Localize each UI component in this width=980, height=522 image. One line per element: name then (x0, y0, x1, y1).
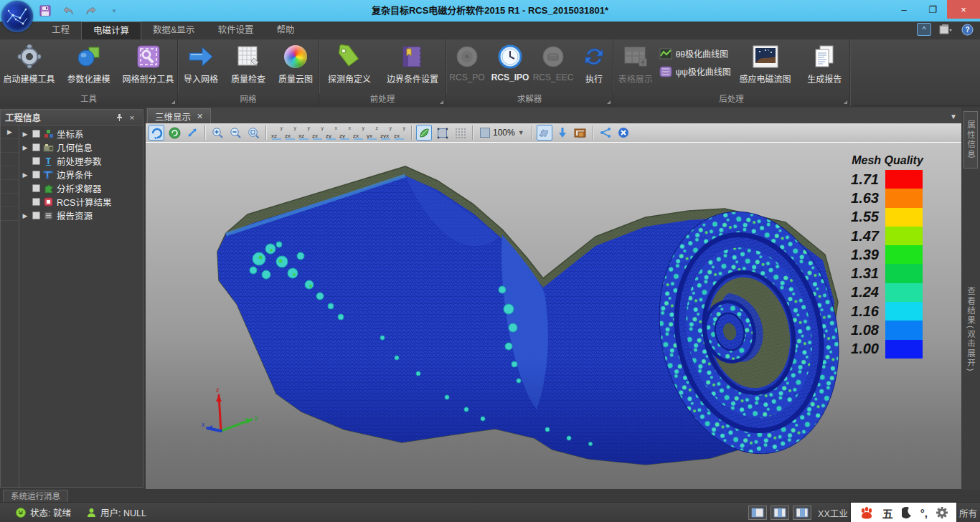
view-results-tab[interactable]: 查看结果(双击展开) (961, 265, 980, 394)
photo-icon (752, 43, 779, 70)
shaded-view-icon[interactable] (416, 125, 432, 141)
pin-icon[interactable] (113, 112, 126, 123)
pan-tool-icon[interactable] (184, 125, 200, 141)
axis-view-icon[interactable]: y zx (311, 125, 325, 141)
minimize-button[interactable]: – (890, 0, 918, 19)
zoom-out-icon[interactable] (227, 125, 243, 141)
probe-angle-button[interactable]: 探测角定义 (320, 42, 379, 85)
group-label-tools: 工具 (0, 93, 177, 106)
layout-center-icon[interactable] (771, 506, 789, 520)
help-icon[interactable]: ? (960, 23, 974, 36)
checkbox[interactable] (32, 198, 40, 206)
axis-view-icon[interactable]: y zx (352, 125, 366, 141)
chevron-down-icon[interactable]: ▼ (950, 113, 957, 120)
import-mesh-button[interactable]: 导入网格 (178, 42, 224, 85)
window-layout-icon[interactable] (938, 23, 953, 36)
axis-view-icon[interactable]: x zy (325, 125, 339, 141)
tree-item-coordinate-system[interactable]: ▶ 坐标系 (19, 127, 143, 141)
meshing-tool-button[interactable]: 网格剖分工具 (119, 42, 177, 85)
checkbox[interactable] (32, 130, 40, 138)
group-expand-icon[interactable] (844, 100, 847, 104)
collapse-ribbon-icon[interactable]: ^ (917, 23, 931, 36)
tab-3d-display[interactable]: 三维显示 ✕ (147, 108, 211, 123)
zoom-in-icon[interactable] (209, 125, 225, 141)
chevron-down-icon[interactable]: ▼ (518, 129, 524, 136)
parametric-modeling-button[interactable]: 参数化建模 (60, 42, 118, 85)
tab-em-compute[interactable]: 电磁计算 (81, 22, 141, 39)
ime-settings-gear-icon[interactable] (936, 507, 948, 518)
ime-logo-icon[interactable] (859, 506, 874, 519)
ime-moon-icon[interactable] (902, 507, 912, 518)
zoom-fit-icon[interactable] (245, 125, 261, 141)
tab-settings[interactable]: 软件设置 (206, 22, 265, 39)
viewport-3d-canvas[interactable]: z y x Mesh Quality 1.71 1.63 (146, 143, 961, 489)
app-logo[interactable] (1, 1, 33, 32)
select-region-icon[interactable] (537, 125, 552, 141)
rotate-tool-icon[interactable] (149, 125, 164, 141)
wireframe-view-icon[interactable] (452, 125, 468, 141)
axis-view-icon[interactable]: y zx (393, 125, 407, 141)
chevron-right-icon[interactable]: ▶ (21, 212, 29, 219)
panel-close-icon[interactable]: × (126, 112, 138, 123)
bottom-tab-row: 系统运行消息 (0, 490, 980, 502)
tab-data-display[interactable]: 数据&显示 (141, 22, 206, 39)
tab-help[interactable]: 帮助 (265, 22, 306, 39)
rcs-ipo-button[interactable]: RCS_IPO (489, 42, 531, 82)
checkbox[interactable] (32, 184, 40, 192)
boundary-settings-button[interactable]: 边界条件设置 (380, 42, 445, 85)
tree-item-preprocess-params[interactable]: T 前处理参数 (19, 154, 143, 168)
property-info-tab[interactable]: 属性信息 (963, 111, 978, 169)
execute-button[interactable]: 执行 (575, 42, 613, 85)
ime-wubi-label[interactable]: 五 (882, 506, 893, 521)
group-expand-icon[interactable] (171, 100, 175, 104)
psi-curve-button[interactable]: ψψ极化曲线图 (659, 65, 731, 77)
table-icon (622, 43, 649, 70)
theta-curve-button[interactable]: θθ极化曲线图 (659, 47, 731, 60)
checkbox[interactable] (32, 143, 40, 151)
group-expand-icon[interactable] (440, 100, 443, 104)
quality-check-button[interactable]: 质量检查 (225, 42, 271, 85)
quality-cloudmap-button[interactable]: 质量云图 (273, 42, 319, 85)
system-message-tab[interactable]: 系统运行消息 (3, 490, 68, 502)
close-button[interactable]: × (947, 0, 980, 19)
drop-arrow-icon[interactable] (555, 125, 570, 141)
restore-button[interactable]: ❐ (918, 0, 947, 19)
zoom-level-control[interactable]: 100% ▼ (477, 128, 527, 138)
axis-view-icon[interactable]: y xz (270, 125, 284, 141)
group-expand-icon[interactable] (607, 100, 611, 104)
share-icon[interactable] (598, 125, 613, 141)
chevron-right-icon[interactable]: ▶ (21, 144, 29, 151)
snapshot-icon[interactable] (573, 125, 588, 141)
legend-row: 1.71 (841, 170, 934, 189)
launch-modeler-button[interactable]: 启动建模工具 (0, 42, 58, 85)
induced-current-map-button[interactable]: 感应电磁流图 (732, 42, 798, 85)
spin-tool-icon[interactable] (166, 125, 182, 141)
tree-item-analysis-solver[interactable]: 分析求解器 (19, 181, 143, 195)
close-view-icon[interactable] (616, 125, 631, 141)
generate-report-button[interactable]: 生成报告 (799, 42, 849, 85)
checkbox[interactable] (32, 212, 40, 219)
legend-row: 1.63 (841, 189, 934, 207)
axis-view-icon[interactable]: z yx (366, 125, 380, 141)
axis-view-icon[interactable]: x zy (339, 125, 352, 141)
axis-view-icon[interactable]: y zyx (380, 125, 393, 141)
report-pages-icon (811, 43, 838, 70)
tab-close-icon[interactable]: ✕ (197, 112, 203, 121)
ime-punctuation-label[interactable]: °, (920, 507, 928, 519)
tree-item-boundary-conditions[interactable]: ▶ 边界条件 (19, 168, 143, 181)
tab-project[interactable]: 工程 (40, 22, 81, 39)
tree-item-report-resources[interactable]: ▶ 报告资源 (19, 209, 143, 222)
tree-item-geometry-info[interactable]: ▶ 几何信息 (19, 141, 143, 154)
checkbox[interactable] (32, 171, 40, 179)
chevron-right-icon[interactable]: ▶ (21, 130, 29, 138)
axis-view-icon[interactable]: y xz (298, 125, 311, 141)
mesh-quality-legend: Mesh Quality 1.71 1.63 (841, 154, 934, 359)
axis-view-icon[interactable]: y zx (284, 125, 298, 141)
chevron-right-icon[interactable]: ▶ (1, 125, 19, 139)
checkbox[interactable] (32, 157, 40, 165)
layout-right-icon[interactable] (793, 506, 811, 520)
layout-left-icon[interactable] (748, 506, 767, 520)
tree-item-rcs-results[interactable]: RCS计算结果 (19, 195, 143, 209)
chevron-right-icon[interactable]: ▶ (21, 171, 29, 179)
flat-view-icon[interactable] (434, 125, 450, 141)
